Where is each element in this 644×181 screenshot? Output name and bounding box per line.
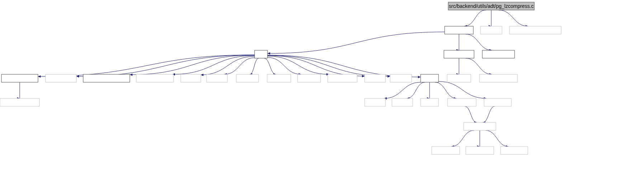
- node-arpa_inet.h[interactable]: [484, 98, 511, 106]
- edge-elog.h-to-errcodes.h: [465, 58, 492, 74]
- edge-c.h-to-sys_types.h: [267, 56, 329, 74]
- svg-rect-49: [365, 74, 385, 82]
- svg-rect-41: [83, 74, 130, 82]
- node-limits.h[interactable]: [480, 26, 502, 34]
- edge-netinet_in.h-to-sys_socket.h: [465, 106, 477, 122]
- edge-c.h-to-postgres_ext.h: [38, 55, 255, 76]
- edge-postgres.h-to-palloc.h: [465, 34, 492, 50]
- svg-marker-3: [267, 52, 270, 55]
- svg-rect-50: [390, 74, 412, 82]
- svg-marker-16: [362, 75, 365, 78]
- node-postgres.h[interactable]: [445, 26, 473, 34]
- edge-c.h-to-string.h: [250, 58, 259, 74]
- svg-rect-34: [480, 26, 502, 34]
- node-errno.h[interactable]: [365, 74, 385, 82]
- svg-rect-45: [236, 74, 259, 82]
- node-label: src/backend/utils/adt/pg_lzcompress.c: [449, 3, 534, 9]
- svg-marker-10: [201, 74, 203, 76]
- svg-marker-7: [76, 75, 79, 78]
- svg-rect-59: [484, 98, 511, 106]
- svg-rect-39: [1, 74, 38, 82]
- svg-rect-56: [392, 98, 413, 106]
- svg-rect-46: [267, 74, 291, 82]
- edge-sys_socket.h-to-winsock2.h: [451, 130, 474, 147]
- svg-rect-33: [445, 26, 473, 34]
- node-string.h[interactable]: [236, 74, 259, 82]
- svg-rect-60: [464, 122, 496, 130]
- svg-rect-63: [501, 147, 528, 154]
- edge-port.h-to-ctype.h: [384, 82, 421, 98]
- svg-rect-43: [181, 74, 201, 82]
- edge-c.h-to-locale.h: [267, 55, 390, 76]
- node-sys_types.h[interactable]: [328, 74, 357, 82]
- edge-c.h-to-stdlib.h: [224, 58, 255, 74]
- node-pwd.h[interactable]: [421, 98, 439, 106]
- edge-root-to-pg_lzcompress.h: [498, 10, 528, 26]
- node-ws2tcpip.h[interactable]: [466, 147, 494, 154]
- edge-sys_socket.h-to-windows.h: [486, 130, 508, 147]
- edge-c.h-to-pg_config_os.h: [172, 56, 255, 74]
- svg-rect-57: [421, 98, 439, 106]
- node-ctype.h[interactable]: [365, 98, 385, 106]
- node-stdio.h[interactable]: [181, 74, 201, 82]
- node-root: src/backend/utils/adt/pg_lzcompress.c: [448, 2, 534, 10]
- node-pg_config_ext.h[interactable]: [0, 98, 39, 106]
- svg-rect-42: [136, 74, 174, 82]
- edge-arpa_inet.h-to-sys_socket.h: [483, 106, 495, 122]
- node-c.h[interactable]: [255, 50, 267, 58]
- node-pg_config_os.h[interactable]: [136, 74, 174, 82]
- node-sys_socket.h[interactable]: [464, 122, 496, 130]
- node-netdb.h[interactable]: [392, 98, 413, 106]
- edge-postgres.h-to-c.h: [267, 32, 445, 54]
- node-errcodes.h[interactable]: [479, 74, 517, 82]
- svg-rect-52: [447, 74, 471, 82]
- svg-rect-51: [421, 74, 439, 82]
- include-graph: src/backend/utils/adt/pg_lzcompress.c: [0, 0, 644, 181]
- svg-rect-61: [432, 147, 460, 154]
- node-stdlib.h[interactable]: [207, 74, 227, 82]
- edge-port.h-to-netinet_in.h: [435, 82, 456, 98]
- node-postgres_ext.h[interactable]: [1, 74, 38, 82]
- node-stddef.h[interactable]: [267, 74, 291, 82]
- svg-rect-53: [479, 74, 517, 82]
- svg-rect-35: [510, 26, 561, 34]
- node-windows.h[interactable]: [501, 147, 528, 154]
- node-pg_lzcompress.h[interactable]: [510, 26, 561, 34]
- edge-c.h-to-stddef.h: [264, 58, 276, 74]
- svg-rect-55: [365, 98, 385, 106]
- svg-rect-38: [482, 50, 515, 58]
- node-pg_config.h[interactable]: [46, 74, 76, 82]
- svg-rect-47: [298, 74, 321, 82]
- node-locale.h[interactable]: [390, 74, 412, 82]
- node-netinet_in.h[interactable]: [448, 98, 476, 106]
- node-setjmp.h[interactable]: [447, 74, 471, 82]
- node-winsock2.h[interactable]: [432, 147, 460, 154]
- svg-rect-62: [466, 147, 494, 154]
- edge-port.h-to-arpa_inet.h: [439, 82, 487, 98]
- svg-rect-58: [448, 98, 476, 106]
- node-palloc.h[interactable]: [482, 50, 515, 58]
- node-pg_config_manual.h[interactable]: [83, 74, 130, 82]
- edge-c.h-to-port.h: [267, 55, 421, 77]
- svg-marker-6: [38, 75, 41, 78]
- edge-root-to-postgres.h: [464, 10, 486, 26]
- svg-rect-44: [207, 74, 227, 82]
- svg-rect-37: [444, 50, 474, 58]
- svg-marker-8: [130, 74, 132, 76]
- svg-rect-48: [328, 74, 357, 82]
- svg-rect-54: [0, 98, 39, 106]
- svg-marker-18: [418, 76, 421, 78]
- node-elog.h[interactable]: [444, 50, 474, 58]
- svg-rect-40: [46, 74, 76, 82]
- node-port.h[interactable]: [421, 74, 439, 82]
- node-stdarg.h[interactable]: [298, 74, 321, 82]
- svg-rect-36: [255, 50, 267, 58]
- edge-port.h-to-netdb.h: [407, 82, 425, 98]
